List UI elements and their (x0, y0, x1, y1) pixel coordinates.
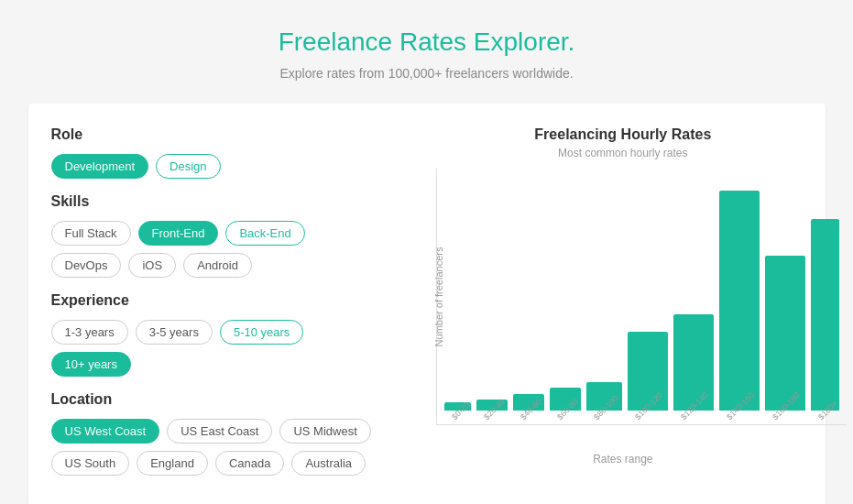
experience-chips-chip-3[interactable]: 10+ years (51, 352, 131, 377)
bar-7 (719, 191, 760, 411)
experience-chips-chip-2[interactable]: 5-10 years (220, 320, 303, 345)
location-chips-row: US West CoastUS East CoastUS MidwestUS S… (51, 419, 381, 476)
location-chips-chip-0[interactable]: US West Coast (51, 419, 160, 444)
skills-section-title: Skills (51, 193, 381, 210)
experience-chips-row: 1-3 years3-5 years5-10 years10+ years (51, 320, 381, 377)
bar-group-6: $120-140 (673, 314, 714, 424)
bar-group-5: $100-120 (628, 332, 668, 424)
experience-section-title: Experience (51, 292, 381, 309)
location-section-title: Location (51, 391, 381, 408)
location-chips-chip-3[interactable]: US South (51, 451, 130, 476)
skills-chips-chip-5[interactable]: Android (183, 253, 252, 278)
bar-8 (765, 256, 805, 411)
y-axis-label: Number of freelancers (433, 247, 444, 346)
skills-chips-row: Full StackFront-EndBack-EndDevOpsiOSAndr… (51, 221, 381, 278)
skills-chips-chip-2[interactable]: Back-End (225, 221, 304, 246)
filters-panel: Role DevelopmentDesign Skills Full Stack… (51, 126, 381, 483)
x-axis-title: Rates range (399, 453, 848, 466)
bar-group-2: $40-60 (513, 394, 544, 424)
location-chips-chip-2[interactable]: US Midwest (279, 419, 370, 444)
skills-chips-chip-0[interactable]: Full Stack (51, 221, 131, 246)
page-title: Freelance Rates Explorer. (279, 27, 575, 57)
skills-chips-chip-4[interactable]: iOS (128, 253, 176, 278)
chart-title: Freelancing Hourly Rates (399, 126, 848, 143)
location-chips-chip-6[interactable]: Australia (291, 451, 366, 476)
role-section-title: Role (51, 126, 381, 143)
location-chips-chip-5[interactable]: Canada (215, 451, 285, 476)
bar-group-8: $160-180 (765, 256, 805, 424)
bar-group-1: $20-40 (476, 400, 508, 424)
main-card: Role DevelopmentDesign Skills Full Stack… (28, 104, 826, 504)
skills-chips-chip-3[interactable]: DevOps (51, 253, 122, 278)
page-subtitle: Explore rates from 100,000+ freelancers … (279, 66, 573, 81)
location-chips-chip-4[interactable]: England (137, 451, 208, 476)
experience-chips-chip-1[interactable]: 3-5 years (136, 320, 213, 345)
role-chips-row: DevelopmentDesign (51, 154, 381, 179)
chart-subtitle: Most common hourly rates (399, 147, 848, 159)
role-chips-chip-1[interactable]: Design (156, 154, 220, 179)
bar-group-0: $0-20 (444, 402, 471, 424)
experience-chips-chip-0[interactable]: 1-3 years (51, 320, 128, 345)
bar-9 (811, 219, 839, 411)
bar-group-7: $140-160 (719, 191, 760, 424)
chart-panel: Freelancing Hourly Rates Most common hou… (399, 126, 848, 483)
bar-group-9: $180+ (811, 219, 839, 424)
bar-group-4: $80-100 (586, 382, 622, 424)
skills-chips-chip-1[interactable]: Front-End (138, 221, 219, 246)
role-chips-chip-0[interactable]: Development (51, 154, 149, 179)
chart-container: Number of freelancers $0-20$20-40$40-60$… (436, 169, 848, 425)
location-chips-chip-1[interactable]: US East Coast (167, 419, 272, 444)
bar-group-3: $60-80 (550, 388, 581, 424)
chart-wrapper: Number of freelancers $0-20$20-40$40-60$… (399, 169, 848, 483)
